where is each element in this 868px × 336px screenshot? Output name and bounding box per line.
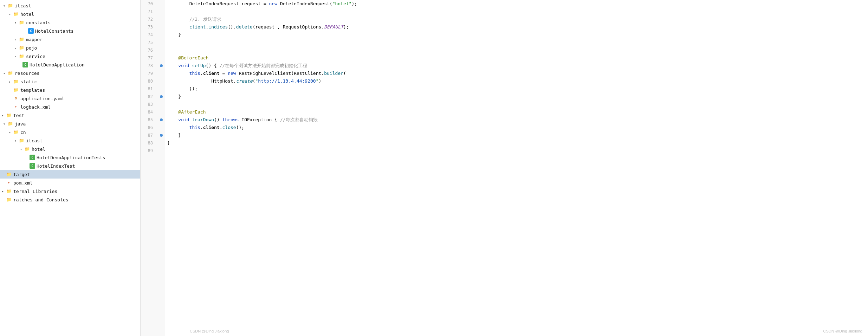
tree-item-constants[interactable]: ▾ 📁 constants xyxy=(0,18,140,27)
label-cn: cn xyxy=(20,130,26,135)
label-hoteldemoapplicationtests: HotelDemoApplicationTests xyxy=(37,155,105,160)
code-line-71 xyxy=(167,8,868,15)
tree-item-target[interactable]: 📁 target xyxy=(0,170,140,179)
code-line-72: //2. 发送请求 xyxy=(167,15,868,23)
tree-item-hotelindextest[interactable]: C HotelIndexTest xyxy=(0,162,140,170)
ln-74: 74 xyxy=(143,31,155,39)
tree-item-hoteldemoapplicationtests[interactable]: C HotelDemoApplicationTests xyxy=(0,153,140,162)
code-line-88: } xyxy=(167,139,868,147)
tree-item-itcast-test[interactable]: ▾ 📁 itcast xyxy=(0,136,140,145)
folder-icon-cn: 📁 xyxy=(13,129,19,135)
ln-80: 80 xyxy=(143,77,155,85)
class-icon-hoteldemoapplication: C xyxy=(22,62,28,67)
label-itcast: itcast xyxy=(15,3,31,8)
tree-item-scratches[interactable]: 📁 ratches and Consoles xyxy=(0,195,140,204)
ln-77: 77 xyxy=(143,54,155,62)
gutter-73 xyxy=(158,23,164,31)
label-service: service xyxy=(26,54,45,59)
gutter-77 xyxy=(158,54,164,62)
tree-item-itcast[interactable]: ▾ 📁 itcast xyxy=(0,1,140,10)
code-line-87: } xyxy=(167,131,868,139)
label-external-libraries: ternal Libraries xyxy=(13,189,57,194)
gutter-81 xyxy=(158,85,164,93)
folder-icon-service: 📁 xyxy=(18,53,25,59)
tree-item-hotel-test[interactable]: ▾ 📁 hotel xyxy=(0,145,140,153)
tree-item-resources[interactable]: ▾ 📁 resources xyxy=(0,69,140,77)
tree-item-external-libraries[interactable]: ▸ 📁 ternal Libraries xyxy=(0,187,140,195)
ln-86: 86 xyxy=(143,124,155,131)
tree-item-application-yaml[interactable]: ⚙ application.yaml xyxy=(0,94,140,103)
code-line-73: client.indices().delete(request , Reques… xyxy=(167,23,868,31)
arrow-hotel: ▾ xyxy=(7,12,13,16)
label-hotel: hotel xyxy=(20,12,34,17)
ln-73: 73 xyxy=(143,23,155,31)
label-hotel-test: hotel xyxy=(32,147,45,152)
code-line-82: } xyxy=(167,93,868,101)
gutter-89 xyxy=(158,147,164,155)
tree-item-templates[interactable]: 📁 templates xyxy=(0,86,140,94)
label-application-yaml: application.yaml xyxy=(20,96,64,101)
xml-icon-pom: ✦ xyxy=(6,180,12,186)
tree-item-pojo[interactable]: ▸ 📁 pojo xyxy=(0,44,140,52)
breakpoint-78 xyxy=(160,64,163,67)
ln-88: 88 xyxy=(143,139,155,147)
code-line-79: this.client = new RestHighLevelClient(Re… xyxy=(167,70,868,77)
breakpoint-87 xyxy=(160,134,163,137)
file-tree[interactable]: ▾ 📁 itcast ▾ 📁 hotel ▾ 📁 constants C Hot… xyxy=(0,0,141,336)
tree-item-cn[interactable]: ▾ 📁 cn xyxy=(0,128,140,136)
label-constants: constants xyxy=(26,20,51,25)
watermark-right: CSDN @Ding Jiaxiong xyxy=(823,329,862,333)
gutter-74 xyxy=(158,31,164,39)
tree-item-pom-xml[interactable]: ✦ pom.xml xyxy=(0,179,140,187)
code-lines[interactable]: DeleteIndexRequest request = new DeleteI… xyxy=(164,0,868,336)
gutter xyxy=(158,0,164,336)
folder-icon-itcast: 📁 xyxy=(7,2,13,9)
arrow-constants: ▾ xyxy=(13,21,18,25)
code-line-81: )); xyxy=(167,85,868,93)
folder-icon-resources: 📁 xyxy=(7,70,13,76)
arrow-test: ▸ xyxy=(0,114,6,117)
arrow-resources: ▾ xyxy=(1,71,7,75)
code-line-78: void setUp() { //在每个测试方法开始前都完成初始化工程 xyxy=(167,62,868,70)
label-static: static xyxy=(20,79,37,84)
arrow-service: ▸ xyxy=(13,54,18,58)
arrow-itcast-test: ▾ xyxy=(13,139,18,143)
breakpoint-85 xyxy=(160,118,163,121)
label-resources: resources xyxy=(15,71,39,76)
gutter-87 xyxy=(158,131,164,139)
line-numbers: 70 71 72 73 74 75 76 77 78 79 80 81 82 8… xyxy=(141,0,158,336)
gutter-83 xyxy=(158,101,164,108)
ln-83: 83 xyxy=(143,101,155,108)
folder-icon-java: 📁 xyxy=(7,121,13,127)
folder-icon-mapper: 📁 xyxy=(18,36,25,43)
tree-item-test[interactable]: ▸ 📁 test xyxy=(0,111,140,119)
tree-item-hoteldemoapplication[interactable]: C HotelDemoApplication xyxy=(0,60,140,69)
tree-item-logback-xml[interactable]: ✦ logback.xml xyxy=(0,103,140,111)
folder-icon-constants: 📁 xyxy=(18,19,25,26)
label-scratches: ratches and Consoles xyxy=(13,197,69,202)
tree-item-java[interactable]: ▾ 📁 java xyxy=(0,119,140,128)
gutter-75 xyxy=(158,39,164,46)
tree-item-static[interactable]: ▸ 📁 static xyxy=(0,77,140,86)
tree-item-hotelconstants[interactable]: C HotelConstants xyxy=(0,27,140,35)
label-logback-xml: logback.xml xyxy=(20,104,51,110)
code-line-84: @AfterEach xyxy=(167,108,868,116)
folder-icon-hotel: 📁 xyxy=(13,11,19,17)
code-line-80: HttpHost.create("http://1.13.4.44:9200") xyxy=(167,77,868,85)
label-test: test xyxy=(13,113,24,118)
arrow-pojo: ▸ xyxy=(13,46,18,50)
gutter-85 xyxy=(158,116,164,124)
ln-89: 89 xyxy=(143,147,155,155)
tree-item-service[interactable]: ▸ 📁 service xyxy=(0,52,140,60)
breakpoint-82 xyxy=(160,95,163,98)
folder-icon-external-libraries: 📁 xyxy=(6,188,12,194)
ln-75: 75 xyxy=(143,39,155,46)
label-mapper: mapper xyxy=(26,37,43,42)
tree-item-mapper[interactable]: ▸ 📁 mapper xyxy=(0,35,140,44)
arrow-hotel-test: ▾ xyxy=(18,147,24,151)
ln-84: 84 xyxy=(143,108,155,116)
tree-item-hotel[interactable]: ▾ 📁 hotel xyxy=(0,10,140,18)
ln-85: 85 xyxy=(143,116,155,124)
watermark-left: CSDN @Ding Jiaxiong xyxy=(190,329,229,333)
class-icon-hoteldemoapplicationtests: C xyxy=(30,155,35,160)
